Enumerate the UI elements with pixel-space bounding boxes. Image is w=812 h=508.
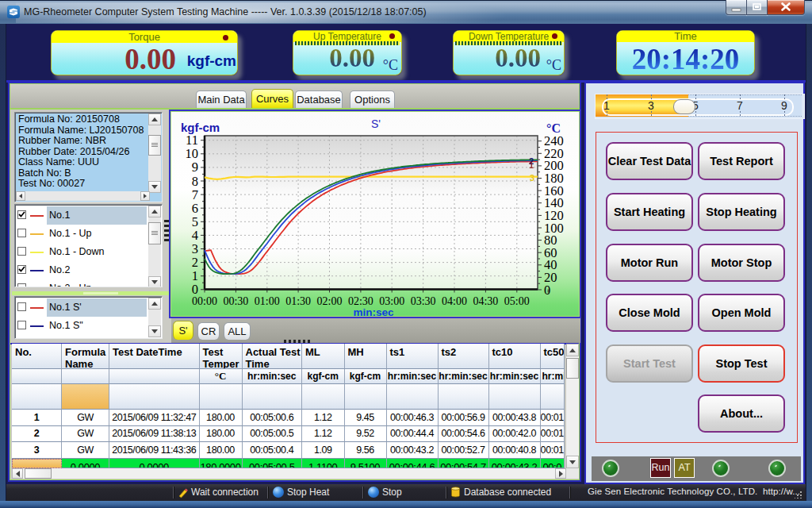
svg-text:min:sec: min:sec	[353, 306, 394, 318]
svg-text:00:00: 00:00	[192, 295, 217, 307]
svg-text:°C: °C	[546, 121, 561, 135]
svg-text:01:00: 01:00	[255, 295, 280, 307]
svg-text:04:00: 04:00	[442, 295, 467, 307]
svg-text:S': S'	[371, 117, 381, 130]
svg-text:5: 5	[192, 214, 198, 229]
svg-text:01:30: 01:30	[285, 295, 311, 307]
svg-text:3: 3	[192, 241, 198, 256]
svg-text:9: 9	[192, 160, 198, 175]
svg-text:kgf-cm: kgf-cm	[181, 121, 220, 134]
svg-text:04:30: 04:30	[473, 295, 498, 307]
svg-text:4: 4	[192, 228, 198, 243]
svg-text:03:30: 03:30	[411, 295, 436, 307]
svg-text:10: 10	[186, 146, 199, 161]
svg-text:11: 11	[186, 133, 198, 148]
svg-text:02:00: 02:00	[317, 295, 343, 307]
svg-text:3: 3	[530, 173, 534, 183]
svg-text:05:00: 05:00	[504, 295, 530, 307]
svg-text:2: 2	[192, 255, 198, 270]
svg-text:8: 8	[192, 174, 198, 189]
svg-text:6: 6	[192, 201, 198, 216]
svg-text:7: 7	[192, 187, 198, 202]
svg-text:00:30: 00:30	[223, 295, 248, 307]
svg-text:1: 1	[192, 268, 198, 283]
svg-text:1: 1	[529, 160, 534, 170]
svg-text:240: 240	[544, 133, 564, 148]
